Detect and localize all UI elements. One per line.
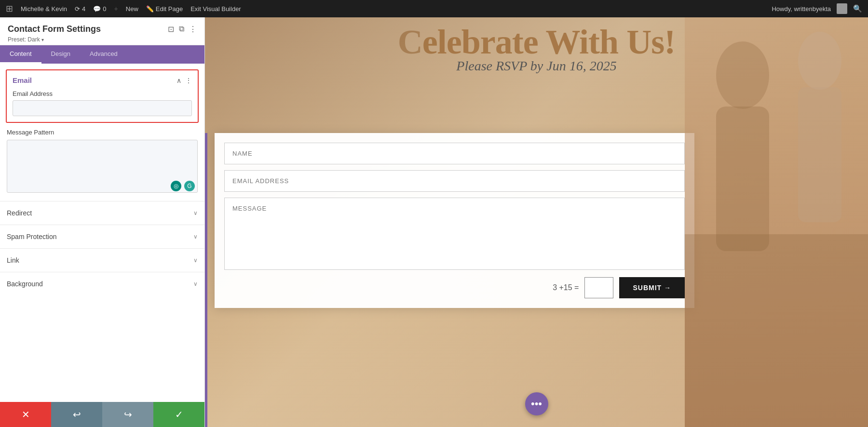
top-bar-right: Howdy, writtenbyekta 🔍 [772, 3, 862, 14]
contact-form: 3 +15 = SUBMIT → [215, 133, 694, 308]
preset-chevron-icon: ▾ [41, 37, 44, 42]
expand-icon[interactable]: ⊡ [168, 25, 174, 34]
redirect-section[interactable]: Redirect ∨ [0, 201, 204, 225]
main-layout: Contact Form Settings ⊡ ⧉ ⋮ Preset: Dark… [0, 17, 868, 427]
tab-design[interactable]: Design [41, 45, 80, 64]
panel-header-icons: ⊡ ⧉ ⋮ [168, 25, 197, 34]
redo-button[interactable]: ↪ [102, 402, 153, 427]
spam-protection-label: Spam Protection [7, 233, 57, 240]
pencil-icon: ✏️ [146, 5, 154, 13]
email-address-input[interactable] [13, 100, 192, 116]
submit-button[interactable]: SUBMIT → [619, 277, 685, 298]
top-bar: ⊞ Michelle & Kevin ⟳ 4 💬 0 + New ✏️ Edit… [0, 0, 868, 17]
howdy-text: Howdy, writtenbyekta [772, 5, 831, 13]
comments-count[interactable]: 💬 0 [93, 5, 106, 13]
svg-point-2 [798, 32, 841, 90]
right-content: Celebrate With Us! Please RSVP by Jun 16… [205, 17, 868, 427]
message-pattern-section: Message Pattern ◎ G [0, 129, 204, 201]
message-pattern-wrapper: ◎ G [7, 140, 198, 194]
spam-chevron-icon: ∨ [193, 233, 198, 240]
link-label: Link [7, 256, 19, 264]
link-section[interactable]: Link ∨ [0, 248, 204, 272]
panel-header: Contact Form Settings ⊡ ⧉ ⋮ Preset: Dark… [0, 17, 204, 45]
svg-rect-1 [716, 107, 769, 251]
cancel-button[interactable]: ✕ [0, 402, 51, 427]
email-input[interactable] [224, 170, 685, 192]
spam-protection-section[interactable]: Spam Protection ∨ [0, 225, 204, 248]
background-label: Background [7, 280, 43, 288]
tab-content[interactable]: Content [0, 45, 41, 64]
new-button[interactable]: New [126, 5, 138, 13]
edit-page-button[interactable]: ✏️ Edit Page [146, 5, 183, 13]
tab-advanced[interactable]: Advanced [80, 45, 127, 64]
left-accent-bar [205, 133, 207, 427]
preset-selector[interactable]: Preset: Dark ▾ [8, 36, 197, 43]
left-panel: Contact Form Settings ⊡ ⧉ ⋮ Preset: Dark… [0, 17, 205, 427]
panel-tabs: Content Design Advanced [0, 45, 204, 64]
background-chevron-icon: ∨ [193, 280, 198, 287]
email-section: Email ∧ ⋮ Email Address [6, 69, 199, 123]
columns-icon[interactable]: ⧉ [179, 25, 184, 34]
save-button[interactable]: ✓ [153, 402, 204, 427]
revisions-icon: ⟳ [75, 5, 80, 13]
email-section-title: Email [13, 76, 32, 84]
redirect-chevron-icon: ∨ [193, 210, 198, 216]
link-chevron-icon: ∨ [193, 257, 198, 264]
svg-rect-4 [685, 234, 868, 427]
search-icon[interactable]: 🔍 [853, 4, 862, 13]
panel-title: Contact Form Settings [8, 24, 101, 34]
people-photo-overlay [685, 17, 868, 427]
undo-button[interactable]: ↩ [51, 402, 102, 427]
email-address-label: Email Address [13, 90, 192, 97]
site-name[interactable]: Michelle & Kevin [21, 5, 67, 13]
name-field [224, 143, 685, 164]
message-pattern-label: Message Pattern [7, 129, 198, 136]
fab-button[interactable]: ••• [525, 392, 548, 415]
more-options-icon[interactable]: ⋮ [189, 25, 197, 34]
email-section-more-icon[interactable]: ⋮ [185, 77, 192, 84]
exit-builder-button[interactable]: Exit Visual Builder [190, 5, 241, 13]
captcha-input[interactable] [584, 277, 613, 298]
people-silhouette [685, 17, 868, 427]
message-pattern-textarea[interactable] [7, 140, 198, 193]
bottom-bar: ✕ ↩ ↪ ✓ [0, 402, 204, 427]
user-avatar[interactable] [837, 3, 847, 14]
background-section[interactable]: Background ∨ [0, 272, 204, 295]
comments-icon: 💬 [93, 5, 101, 13]
panel-content: Email ∧ ⋮ Email Address Message Pattern … [0, 64, 204, 402]
grammarly-icon[interactable]: G [184, 181, 195, 191]
redirect-label: Redirect [7, 209, 32, 217]
svg-rect-3 [798, 87, 841, 222]
form-footer: 3 +15 = SUBMIT → [224, 277, 685, 298]
wp-logo-icon[interactable]: ⊞ [6, 3, 13, 14]
revisions-count[interactable]: ⟳ 4 [75, 5, 85, 13]
captcha-text: 3 +15 = [553, 283, 579, 292]
collapse-email-icon[interactable]: ∧ [176, 77, 181, 84]
message-input[interactable] [224, 198, 685, 270]
name-input[interactable] [224, 143, 685, 164]
message-field [224, 198, 685, 271]
svg-point-0 [716, 41, 769, 109]
email-field [224, 170, 685, 192]
ai-assist-icon[interactable]: ◎ [171, 181, 181, 191]
fab-dots-icon: ••• [531, 398, 542, 410]
